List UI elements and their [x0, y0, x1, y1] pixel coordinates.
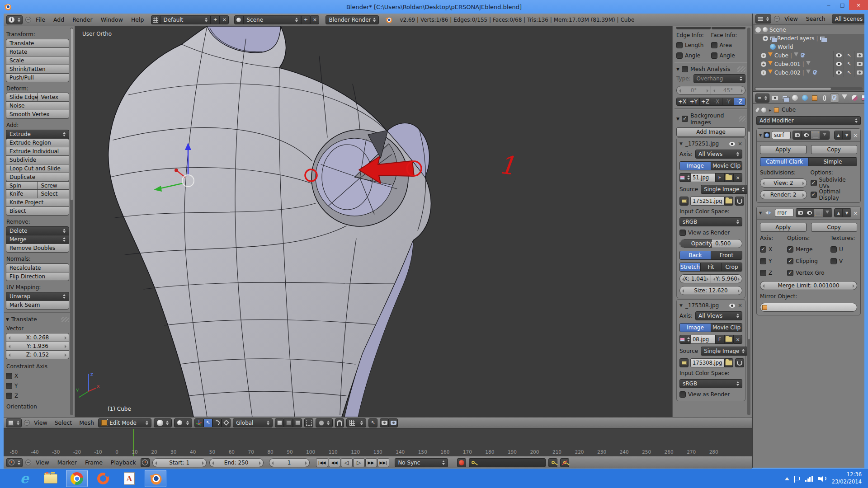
merge-limit-field[interactable]: Merge Limit: 0.001000 [760, 281, 857, 290]
fake-user-button[interactable]: F [715, 173, 724, 182]
scene-field[interactable]: Scene [243, 15, 301, 24]
front-toggle[interactable]: Front [711, 251, 742, 259]
eye-icon[interactable] [729, 142, 735, 146]
panel-drag-icon[interactable] [737, 66, 745, 72]
image-datablock-icon[interactable] [679, 335, 690, 344]
view-subdivisions-field[interactable]: View: 2 [760, 178, 807, 188]
simple-toggle[interactable]: Simple [809, 158, 857, 166]
tab-texture[interactable] [860, 94, 864, 103]
view-as-render-checkbox[interactable] [679, 230, 686, 236]
cage-toggle-icon[interactable] [823, 209, 832, 217]
image-datablock-icon[interactable] [679, 173, 690, 182]
selectability-icon[interactable]: ↖ [847, 70, 851, 75]
apply-button[interactable]: Apply [760, 223, 807, 232]
pin-icon[interactable] [755, 107, 760, 112]
manipulator-axis-icon[interactable] [194, 418, 203, 427]
minimize-button[interactable]: ─ [822, 0, 835, 10]
bisect-button[interactable]: Bisect [6, 206, 69, 216]
browse-file-button[interactable] [724, 358, 733, 367]
play-button[interactable]: ▷ [353, 458, 365, 467]
snap-magnet-icon[interactable] [335, 418, 344, 427]
pack-image-button[interactable] [679, 197, 689, 206]
axis-minus-y-button[interactable]: -Y [722, 98, 734, 105]
tab-world[interactable] [800, 94, 809, 103]
render-toggle-icon[interactable] [796, 209, 805, 217]
menu-item[interactable]: View [783, 15, 800, 22]
occlude-geometry-icon[interactable] [304, 418, 313, 427]
jump-to-start-button[interactable]: |◀◀ [316, 458, 328, 467]
panel-open-icon[interactable]: ▼ [759, 211, 762, 215]
collapse-menus-icon[interactable]: − [24, 420, 30, 426]
unlink-image-button[interactable]: × [733, 335, 742, 344]
reload-image-button[interactable] [735, 197, 744, 206]
texture-v-checkbox[interactable] [830, 258, 837, 264]
keying-set-field[interactable] [469, 458, 546, 467]
mesh-analysis-checkbox[interactable] [682, 66, 688, 72]
screw-button[interactable]: Screw [38, 181, 70, 190]
add-image-button[interactable]: Add Image [676, 127, 745, 136]
orientation-select[interactable]: Global [233, 418, 273, 427]
axis-plus-x-button[interactable]: +X [677, 98, 688, 105]
colorspace-select[interactable]: sRGB [679, 217, 742, 226]
selectability-icon[interactable]: ↖ [847, 52, 851, 58]
image-toggle[interactable]: Image [680, 324, 711, 332]
tool-button[interactable]: Extrude Region [6, 138, 69, 147]
delete-modifier-icon[interactable]: × [853, 210, 858, 216]
3d-viewport[interactable]: z y x User Ortho (1) Cube 1 [75, 26, 672, 417]
expand-icon[interactable]: + [761, 61, 766, 67]
breadcrumb-object[interactable]: Cube [782, 107, 796, 113]
reload-image-button[interactable] [735, 358, 744, 367]
move-up-icon[interactable]: ▲ [835, 209, 843, 217]
fake-user-button[interactable]: F [715, 335, 724, 344]
remove-image-icon[interactable]: × [738, 302, 742, 309]
modifier-name-field[interactable]: rror [775, 209, 794, 217]
face-angle-checkbox[interactable] [711, 52, 717, 59]
add-layout-button[interactable]: + [211, 15, 220, 24]
delete-modifier-icon[interactable]: × [853, 132, 858, 139]
snap-element-select[interactable] [346, 418, 366, 427]
outliner-item-renderlayers[interactable]: + RenderLayers | [755, 34, 864, 42]
background-images-header[interactable]: ▼ Background Images [676, 112, 745, 126]
axis-plus-y-button[interactable]: +Y [688, 98, 699, 105]
menu-item[interactable]: Marker [56, 459, 79, 466]
menu-item[interactable]: View [32, 419, 49, 426]
edge-length-checkbox[interactable] [676, 42, 683, 48]
editor-type-button[interactable] [6, 458, 23, 467]
tool-button[interactable]: Extrude Individual [6, 147, 69, 156]
image-name-field[interactable]: 51.jpg [690, 173, 715, 182]
edge-angle-checkbox[interactable] [676, 52, 683, 59]
face-area-checkbox[interactable] [711, 42, 717, 48]
render-subdivisions-field[interactable]: Render: 2 [760, 190, 807, 199]
tool-button[interactable]: Duplicate [6, 173, 69, 182]
eye-icon[interactable] [729, 304, 735, 308]
menu-item[interactable]: File [34, 16, 47, 23]
size-field[interactable]: Size: 12.620 [679, 286, 742, 295]
apply-button[interactable]: Apply [760, 145, 807, 154]
unwrap-menu-button[interactable]: Unwrap [6, 292, 69, 301]
renderability-icon[interactable] [857, 53, 863, 57]
image-axis-select[interactable]: All Views [695, 311, 742, 320]
stretch-toggle[interactable]: Stretch [680, 263, 701, 271]
tool-button[interactable]: Push/Pull [6, 73, 69, 82]
tab-modifiers[interactable] [830, 94, 839, 103]
tool-button[interactable]: Subdivide [6, 155, 69, 164]
tab-render[interactable] [770, 94, 779, 103]
image-name[interactable]: _175308.jpg [685, 302, 719, 309]
vertex-groups-checkbox[interactable] [787, 270, 793, 276]
collapse-menus-icon[interactable]: − [774, 16, 780, 22]
delete-scene-button[interactable]: × [310, 15, 319, 24]
visibility-icon[interactable] [836, 70, 842, 75]
menu-item[interactable]: Mesh [77, 419, 96, 426]
movie-clip-toggle[interactable]: Movie Clip [711, 162, 742, 170]
outliner-scrollbar[interactable] [755, 87, 863, 90]
maximize-button[interactable]: □ [835, 0, 849, 10]
remove-doubles-button[interactable]: Remove Doubles [6, 244, 69, 253]
collapse-menus-icon[interactable]: − [25, 17, 31, 23]
smooth-vertex-button[interactable]: Smooth Vertex [6, 110, 69, 119]
fit-toggle[interactable]: Fit [701, 263, 722, 271]
collapse-icon[interactable]: − [755, 27, 761, 33]
editor-type-button[interactable]: ≡ [755, 94, 769, 103]
sync-select[interactable]: No Sync [395, 458, 448, 467]
image-name[interactable]: _175251.jpg [685, 141, 719, 147]
axis-minus-x-button[interactable]: -X [711, 98, 722, 105]
